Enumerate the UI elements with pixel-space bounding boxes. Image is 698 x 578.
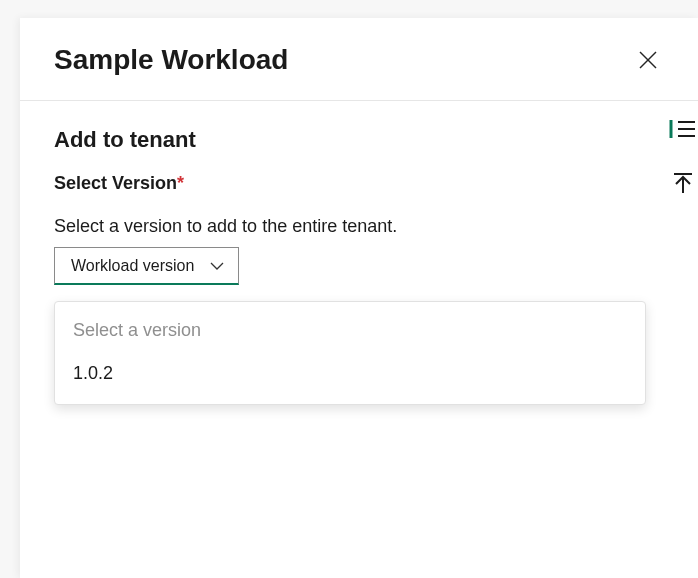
version-dropdown-label: Workload version — [71, 257, 194, 275]
panel-title: Sample Workload — [54, 45, 288, 76]
version-option[interactable]: 1.0.2 — [55, 355, 645, 396]
version-dropdown-list: Select a version 1.0.2 — [54, 301, 646, 405]
chevron-down-icon — [208, 257, 226, 275]
scroll-to-top-button[interactable] — [669, 169, 697, 197]
side-panel: Sample Workload Add to tenant Select Ver… — [20, 18, 698, 578]
close-icon — [638, 50, 658, 70]
close-button[interactable] — [632, 44, 664, 76]
version-dropdown-placeholder: Select a version — [55, 310, 645, 355]
panel-header: Sample Workload — [20, 18, 698, 101]
required-indicator: * — [177, 173, 184, 193]
side-tools — [656, 101, 698, 197]
page-backdrop: Sample Workload Add to tenant Select Ver… — [0, 0, 698, 578]
version-dropdown-button[interactable]: Workload version — [54, 247, 239, 285]
list-icon — [669, 117, 697, 141]
field-label: Select Version — [54, 173, 177, 193]
field-label-row: Select Version* — [54, 173, 646, 194]
field-help-text: Select a version to add to the entire te… — [54, 216, 646, 237]
arrow-up-to-line-icon — [671, 171, 695, 195]
table-of-contents-button[interactable] — [669, 115, 697, 143]
section-title: Add to tenant — [54, 127, 646, 153]
panel-body: Add to tenant Select Version* Select a v… — [20, 101, 656, 415]
panel-body-wrap: Add to tenant Select Version* Select a v… — [20, 101, 698, 415]
